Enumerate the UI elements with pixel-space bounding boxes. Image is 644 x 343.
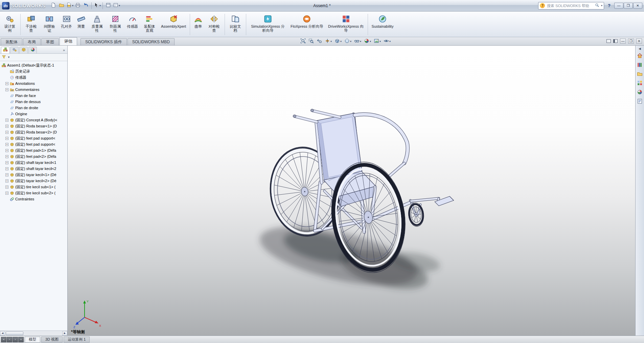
open-document-button[interactable]: [58, 2, 66, 10]
hide-show-items-button[interactable]: ▾: [353, 38, 362, 45]
tree-item[interactable]: +(固定) feet pad<1> (Défa: [0, 147, 67, 153]
tree-item[interactable]: +传感器: [0, 74, 67, 80]
appearances-scenes-button[interactable]: [636, 89, 643, 96]
panel-chevron-icon[interactable]: »: [62, 48, 66, 52]
statusbar-tab-运动算例 1[interactable]: 运动算例 1: [64, 337, 90, 343]
scroll-thumb[interactable]: [6, 332, 23, 335]
view-settings-button[interactable]: ▾: [383, 38, 392, 45]
dropdown-icon[interactable]: ▾: [370, 40, 371, 43]
edit-appearance-button[interactable]: ▾: [363, 38, 372, 45]
zoom-to-area-button[interactable]: [307, 38, 315, 45]
ribbon-button-curvature[interactable]: 曲率: [192, 13, 205, 36]
ribbon-button-sustainability[interactable]: Sustainability: [370, 13, 396, 36]
undo-button[interactable]: [82, 2, 90, 10]
previous-view-button[interactable]: [316, 38, 323, 45]
expand-icon[interactable]: +: [5, 82, 8, 85]
tree-item[interactable]: +Contraintes: [0, 196, 67, 202]
apply-scene-button[interactable]: ▾: [373, 38, 382, 45]
tree-item[interactable]: +Plan de dessus: [0, 99, 67, 105]
custom-properties-button[interactable]: [636, 98, 643, 105]
tree-item[interactable]: +(固定) Concept A (Body)<: [0, 117, 67, 123]
tree-item[interactable]: +(固定) shaft tayar kecil<2: [0, 166, 67, 172]
viewport-pane-split-icon[interactable]: [613, 39, 618, 43]
new-document-button[interactable]: [49, 2, 58, 10]
maximize-button[interactable]: ❐: [624, 3, 633, 9]
expand-icon[interactable]: +: [5, 143, 8, 146]
expand-icon[interactable]: +: [5, 155, 8, 158]
tab-装配体[interactable]: 装配体: [1, 38, 22, 45]
doc-restore-button[interactable]: ❐: [628, 39, 634, 44]
select-tool-button[interactable]: ▾: [93, 2, 101, 10]
help-search-box[interactable]: ? ▾: [538, 2, 604, 9]
ribbon-button-sensor[interactable]: 传感器: [125, 13, 140, 36]
filter-funnel-icon[interactable]: [2, 55, 6, 60]
doc-minimize-button[interactable]: —: [620, 39, 626, 44]
tree-item[interactable]: +(固定) tayar kecil<1> (Dé: [0, 172, 67, 178]
tree-item[interactable]: +Origine: [0, 111, 67, 117]
tree-item[interactable]: +Plan de droite: [0, 105, 67, 111]
expand-icon[interactable]: +: [5, 161, 8, 164]
tree-item[interactable]: +(固定) tire kecil sub<2> (: [0, 190, 67, 196]
ribbon-button-simulationxpress[interactable]: SimulationXpress 分析向导: [248, 13, 288, 36]
tab-SOLIDWORKS MBD[interactable]: SOLIDWORKS MBD: [128, 38, 175, 45]
step-back-button[interactable]: ‹: [7, 337, 12, 342]
minimize-button[interactable]: —: [614, 3, 623, 9]
filter-dropdown-icon[interactable]: ▼: [7, 56, 10, 59]
display-style-button[interactable]: ▾: [343, 38, 352, 45]
view-palette-button[interactable]: [636, 80, 643, 87]
tree-item[interactable]: +(固定) Roda besar<1> (D: [0, 123, 67, 129]
solidworks-resources-button[interactable]: [636, 52, 643, 59]
tree-item[interactable]: +(固定) tire kecil sub<1> (: [0, 184, 67, 190]
help-button[interactable]: ?: [606, 2, 613, 9]
tree-item[interactable]: +AAnnotations: [0, 80, 67, 87]
jump-first-button[interactable]: «: [1, 337, 6, 342]
tab-草图[interactable]: 草图: [41, 38, 59, 45]
tree-item[interactable]: +(固定) tayar kecil<2> (Dé: [0, 178, 67, 184]
tree-item[interactable]: Assem1 (Défaut<显示状态-1: [0, 62, 67, 68]
tree-item[interactable]: +(固定) Roda besar<2> (D: [0, 129, 67, 135]
view-orientation-button[interactable]: ▾: [334, 38, 343, 45]
graphics-viewport[interactable]: YXZ *等轴测: [68, 46, 635, 336]
screen-options-button[interactable]: [104, 2, 112, 10]
dropdown-icon[interactable]: ▾: [99, 4, 101, 7]
display-options-button[interactable]: ▾: [112, 2, 120, 10]
configurationmanager-tab[interactable]: [19, 47, 28, 53]
expand-icon[interactable]: +: [5, 125, 8, 128]
zoom-to-fit-button[interactable]: [299, 38, 307, 45]
expand-icon[interactable]: +: [5, 131, 8, 134]
scroll-left-icon[interactable]: ◀: [0, 331, 5, 336]
print-button[interactable]: [74, 2, 82, 10]
dropdown-icon[interactable]: ▾: [330, 40, 332, 43]
tree-item[interactable]: +Plan de face: [0, 93, 67, 99]
ribbon-button-symmetry-check[interactable]: 对称检查: [205, 13, 223, 36]
dropdown-icon[interactable]: ▾: [380, 40, 381, 43]
expand-icon[interactable]: +: [5, 186, 8, 189]
ribbon-button-section-properties[interactable]: 剖面属性: [107, 13, 124, 36]
expand-icon[interactable]: +: [5, 173, 8, 176]
dropdown-icon[interactable]: ▾: [360, 40, 361, 43]
expand-icon[interactable]: +: [5, 119, 8, 122]
doc-close-button[interactable]: ✕: [636, 39, 642, 44]
propertymanager-tab[interactable]: [10, 47, 19, 53]
tab-SOLIDWORKS 插件[interactable]: SOLIDWORKS 插件: [80, 38, 127, 45]
statusbar-tab-模型[interactable]: 模型: [25, 337, 40, 343]
viewport-pane-single-icon[interactable]: [606, 39, 611, 43]
ribbon-button-assemblyxpert[interactable]: AssemblyXpert: [159, 13, 188, 36]
ribbon-button-measure[interactable]: 测量: [75, 13, 88, 36]
expand-icon[interactable]: +: [5, 192, 8, 195]
ribbon-button-assembly-visualization[interactable]: 装配体直观: [141, 13, 158, 36]
ribbon-button-floxpress[interactable]: FloXpress 分析向导: [289, 13, 325, 36]
scroll-right-icon[interactable]: ▶: [62, 331, 67, 336]
ribbon-button-interference-check[interactable]: 干涉检查: [22, 13, 40, 36]
expand-icon[interactable]: +: [5, 149, 8, 152]
tree-item[interactable]: +(固定) feet pad support<: [0, 135, 67, 141]
ribbon-button-hole-alignment[interactable]: 孔对齐: [59, 13, 74, 36]
tree-item[interactable]: +历史记录: [0, 68, 67, 74]
tree-item[interactable]: +(固定) feet pad<2> (Défa: [0, 153, 67, 160]
expand-icon[interactable]: +: [5, 88, 8, 91]
search-dropdown-icon[interactable]: ▾: [601, 4, 602, 7]
scroll-track[interactable]: [5, 331, 62, 336]
step-forward-button[interactable]: ›: [13, 337, 18, 342]
featuremanager-tab[interactable]: [1, 47, 9, 53]
ribbon-button-clearance-verify[interactable]: 间隙验证: [41, 13, 58, 36]
